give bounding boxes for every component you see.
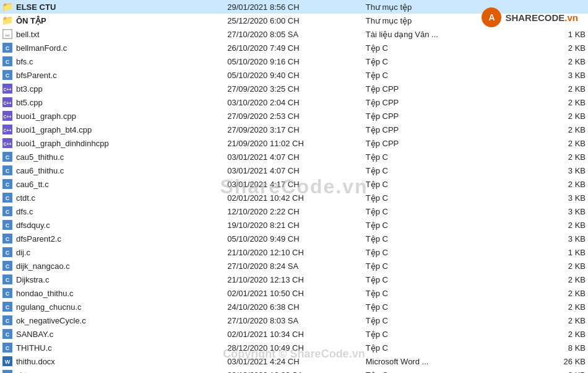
file-date-cell: 03/01/2021 4:17 CH [225, 177, 363, 191]
file-type-cell: Tệp C [363, 245, 519, 259]
file-name-text: buoi1_graph.cpp [16, 112, 76, 121]
file-date-cell: 27/10/2020 8:03 SA [225, 314, 363, 327]
svg-text:C++: C++ [3, 101, 11, 105]
table-row[interactable]: Cok_negativeCycle.c27/10/2020 8:03 SATệp… [0, 314, 588, 327]
file-size-cell: 2 KB [519, 273, 588, 286]
file-size-cell: 2 KB [519, 259, 588, 273]
file-list-scroll[interactable]: 📁ELSE CTU29/01/2021 8:56 CHThư mục tệp📁Ô… [0, 0, 588, 373]
table-row[interactable]: Ccau5_thithu.c03/01/2021 4:07 CHTệp C2 K… [0, 150, 588, 164]
table-row[interactable]: CDijkstra.c21/10/2020 12:13 CHTệp C2 KB [0, 273, 588, 286]
file-name-cell: 📁ÔN TẬP [0, 14, 225, 27]
file-size-cell: 2 KB [519, 55, 588, 68]
svg-text:C: C [6, 236, 10, 242]
file-type-cell: Tệp CPP [363, 123, 519, 136]
c-icon: C [2, 70, 12, 80]
file-name-cell: Cbfs.c [0, 55, 225, 68]
svg-text:C++: C++ [3, 142, 11, 146]
table-row[interactable]: Cctdt.c02/01/2021 10:42 CHTệp C3 KB [0, 191, 588, 204]
file-name-cell: CdfsParent2.c [0, 232, 225, 245]
txt-icon: txt [2, 29, 12, 39]
file-date-cell: 29/01/2021 8:56 CH [225, 0, 363, 14]
file-name-text: ÔN TẬP [16, 16, 46, 25]
table-row[interactable]: C++bt3.cpp27/09/2020 3:25 CHTệp CPP2 KB [0, 82, 588, 95]
file-date-cell: 12/10/2020 2:22 CH [225, 204, 363, 218]
file-name-cell: Chondao_thithu.c [0, 286, 225, 300]
file-name-text: bt3.cpp [16, 84, 43, 94]
table-row[interactable]: CTHITHU.c28/12/2020 10:49 CHTệp C8 KB [0, 341, 588, 354]
table-row[interactable]: C++bt5.cpp03/10/2020 2:04 CHTệp CPP2 KB [0, 95, 588, 109]
svg-text:C++: C++ [3, 128, 11, 133]
file-name-cell: Cdfsdquy.c [0, 218, 225, 232]
file-name-text: cau6_tt.c [16, 180, 49, 189]
file-type-cell: Tệp C [363, 314, 519, 327]
file-name-cell: C++bt3.cpp [0, 82, 225, 95]
file-name-text: cau6_thithu.c [16, 166, 64, 175]
table-row[interactable]: Ccau6_thithu.c03/01/2021 4:07 CHTệp C3 K… [0, 164, 588, 177]
table-row[interactable]: Chondao_thithu.c02/01/2021 10:50 CHTệp C… [0, 286, 588, 300]
file-size-cell: 2 KB [519, 109, 588, 123]
c-icon: C [2, 274, 12, 284]
svg-text:W: W [5, 359, 11, 365]
file-size-cell: 3 KB [519, 68, 588, 82]
table-row[interactable]: Cbfs.c05/10/2020 9:16 CHTệp C2 KB [0, 55, 588, 68]
table-row[interactable]: CdfsParent2.c05/10/2020 9:49 CHTệp C3 KB [0, 232, 588, 245]
file-name-text: SANBAY.c [16, 330, 53, 339]
cpp-icon: C++ [2, 138, 12, 148]
file-size-cell: 3 KB [519, 232, 588, 245]
table-row[interactable]: txtbell.txt27/10/2020 8:05 SATài liệu dạ… [0, 27, 588, 41]
file-name-cell: CTHITHU.c [0, 341, 225, 354]
file-name-cell: Cdijk_nangcao.c [0, 259, 225, 273]
file-date-cell: 03/01/2021 4:07 CH [225, 164, 363, 177]
table-row[interactable]: C++buoi1_graph_bt4.cpp27/09/2020 3:17 CH… [0, 123, 588, 136]
table-row[interactable]: CbellmanFord.c26/10/2020 7:49 CHTệp C2 K… [0, 41, 588, 55]
file-date-cell: 24/10/2020 6:38 CH [225, 300, 363, 314]
table-row[interactable]: Cdfsdquy.c19/10/2020 8:21 CHTệp C2 KB [0, 218, 588, 232]
c-icon: C [2, 206, 12, 216]
file-name-text: dfsParent2.c [16, 234, 61, 244]
file-date-cell: 05/10/2020 9:16 CH [225, 55, 363, 68]
svg-text:C: C [6, 45, 10, 51]
table-row[interactable]: C++buoi1_graph_dinhdinhcpp21/09/2020 11:… [0, 136, 588, 150]
file-name-cell: Cctdt.c [0, 191, 225, 204]
file-name-text: buoi1_graph_dinhdinhcpp [16, 139, 109, 148]
file-size-cell: 2 KB [519, 82, 588, 95]
file-date-cell: 27/10/2020 8:05 SA [225, 27, 363, 41]
table-row[interactable]: C++buoi1_graph.cpp27/09/2020 2:53 CHTệp … [0, 109, 588, 123]
file-date-cell: 03/01/2021 4:24 CH [225, 354, 363, 368]
file-name-text: bfs.c [16, 57, 33, 66]
file-name-text: dijk_nangcao.c [16, 261, 70, 271]
svg-text:C: C [6, 195, 10, 201]
c-icon: C [2, 152, 12, 162]
table-row[interactable]: Cdfs.c12/10/2020 2:22 CHTệp C3 KB [0, 204, 588, 218]
svg-text:C: C [6, 222, 10, 229]
table-row[interactable]: Cdijk_nangcao.c27/10/2020 8:24 SATệp C2 … [0, 259, 588, 273]
svg-text:C++: C++ [3, 87, 11, 92]
file-name-text: hondao_thithu.c [16, 289, 74, 298]
file-date-cell: 27/10/2020 8:24 SA [225, 259, 363, 273]
table-row[interactable]: Cvirtua.c20/12/2020 12:20 SATệp C2 KB [0, 368, 588, 373]
file-name-text: thithu.docx [16, 357, 55, 366]
file-type-cell: Tệp C [363, 273, 519, 286]
file-size-cell: 1 KB [519, 245, 588, 259]
sharecode-logo: A SHARECODE.vn [482, 7, 578, 27]
file-type-cell: Tệp C [363, 150, 519, 164]
c-icon: C [2, 288, 12, 298]
svg-text:C: C [6, 263, 10, 270]
file-type-cell: Tệp C [363, 177, 519, 191]
svg-text:C: C [6, 72, 10, 79]
table-row[interactable]: Ccau6_tt.c03/01/2021 4:17 CHTệp C2 KB [0, 177, 588, 191]
table-row[interactable]: CbfsParent.c05/10/2020 9:40 CHTệp C3 KB [0, 68, 588, 82]
file-date-cell: 03/10/2020 2:04 CH [225, 95, 363, 109]
table-row[interactable]: Cngulang_chucnu.c24/10/2020 6:38 CHTệp C… [0, 300, 588, 314]
file-type-cell: Tệp C [363, 55, 519, 68]
file-type-cell: Tệp C [363, 204, 519, 218]
c-icon: C [2, 343, 12, 353]
table-row[interactable]: Wthithu.docx03/01/2021 4:24 CHMicrosoft … [0, 354, 588, 368]
svg-text:C: C [6, 59, 10, 65]
table-row[interactable]: Cdij.c21/10/2020 12:10 CHTệp C1 KB [0, 245, 588, 259]
file-name-text: virtua.c [16, 371, 42, 374]
table-row[interactable]: CSANBAY.c02/01/2021 10:34 CHTệp C2 KB [0, 327, 588, 341]
file-name-cell: Cdij.c [0, 245, 225, 259]
file-name-text: bfsParent.c [16, 71, 57, 80]
file-size-cell: 2 KB [519, 286, 588, 300]
